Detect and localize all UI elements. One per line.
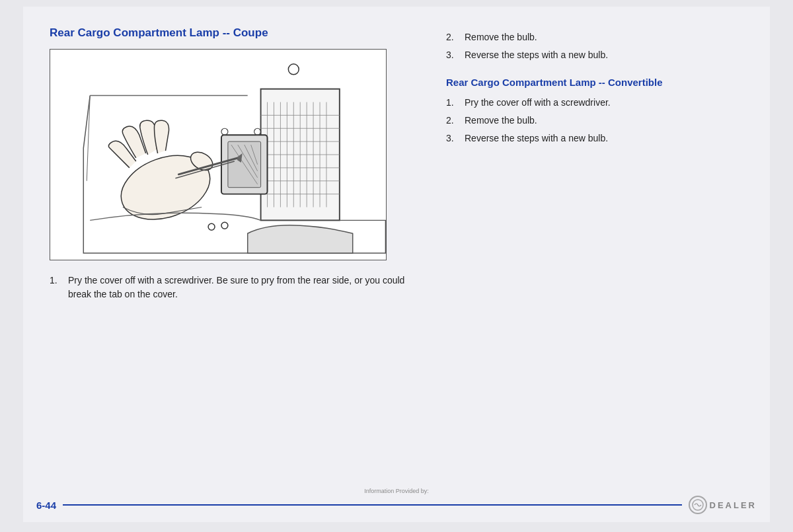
step-item-2: 2. Remove the bulb. — [446, 30, 743, 44]
step-num-2: 2. — [446, 30, 459, 44]
step-item: 1. Pry the cover off with a screwdriver.… — [50, 274, 420, 301]
coupe-section-title: Rear Cargo Compartment Lamp -- Coupe — [50, 26, 420, 40]
conv-step-text-2: Remove the bulb. — [465, 114, 537, 128]
footer-line — [63, 504, 682, 506]
page-number: 6-44 — [36, 500, 56, 511]
convertible-steps: 1. Pry the cover off with a screwdriver.… — [446, 96, 743, 145]
info-provided-text: Information Provided by: — [364, 488, 429, 494]
step-text-1: Pry the cover off with a screwdriver. Be… — [68, 274, 420, 301]
content-area: Rear Cargo Compartment Lamp -- Coupe — [50, 26, 743, 305]
dealer-text-label: DEALER — [710, 500, 757, 510]
conv-step-item-3: 3. Reverse the steps with a new bulb. — [446, 132, 743, 145]
dealer-logo: DEALER — [689, 496, 757, 514]
left-column: Rear Cargo Compartment Lamp -- Coupe — [50, 26, 420, 305]
step-num-3: 3. — [446, 48, 459, 62]
coupe-steps-right: 2. Remove the bulb. 3. Reverse the steps… — [446, 30, 743, 62]
step-text-2: Remove the bulb. — [465, 30, 537, 44]
diagram-svg — [50, 50, 386, 260]
dealer-circle-icon — [689, 496, 707, 514]
diagram-box — [50, 49, 387, 260]
coupe-steps-left: 1. Pry the cover off with a screwdriver.… — [50, 274, 420, 301]
step-item-3: 3. Reverse the steps with a new bulb. — [446, 48, 743, 62]
conv-step-num-1: 1. — [446, 96, 459, 110]
convertible-section-title: Rear Cargo Compartment Lamp -- Convertib… — [446, 75, 743, 89]
conv-step-num-2: 2. — [446, 114, 459, 128]
footer: 6-44 DEALER — [23, 496, 770, 514]
right-column: 2. Remove the bulb. 3. Reverse the steps… — [446, 26, 743, 305]
conv-step-num-3: 3. — [446, 132, 459, 145]
dealer-circle-svg — [691, 498, 704, 512]
conv-step-item-2: 2. Remove the bulb. — [446, 114, 743, 128]
conv-step-text-1: Pry the cover off with a screwdriver. — [465, 96, 611, 110]
manual-page: Rear Cargo Compartment Lamp -- Coupe — [23, 7, 770, 522]
step-num-1: 1. — [50, 274, 63, 301]
conv-step-text-3: Reverse the steps with a new bulb. — [465, 132, 608, 145]
step-text-3: Reverse the steps with a new bulb. — [465, 48, 608, 62]
conv-step-item-1: 1. Pry the cover off with a screwdriver. — [446, 96, 743, 110]
